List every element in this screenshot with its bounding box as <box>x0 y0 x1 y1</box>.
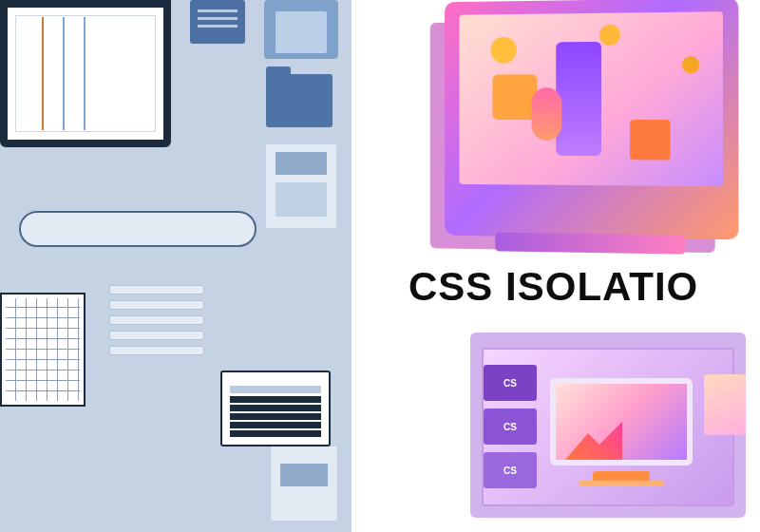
circle-shape-icon <box>682 56 699 73</box>
code-snippet-card <box>190 0 245 44</box>
document-card-1 <box>266 144 336 228</box>
side-card-illustration <box>704 374 746 435</box>
blue-panel-card <box>264 0 338 59</box>
folder-icon <box>266 74 332 127</box>
pill-shape-icon <box>532 87 562 141</box>
main-display-illustration <box>445 0 738 239</box>
right-content-panel: CSS ISOLATIO CS CS CS <box>352 0 760 532</box>
square-shape-icon <box>630 120 671 160</box>
small-monitor-illustration <box>550 378 693 483</box>
circle-shape-icon <box>491 37 517 64</box>
cs-badge: CS <box>484 408 537 445</box>
text-lines-illustration <box>109 285 204 361</box>
spreadsheet-illustration <box>0 293 86 407</box>
cs-badge: CS <box>484 452 537 488</box>
main-display-screen <box>460 11 723 186</box>
circle-shape-icon <box>599 25 620 46</box>
document-card-2 <box>271 446 337 521</box>
cs-badge: CS <box>484 365 537 401</box>
square-shape-icon <box>492 74 537 120</box>
display-stand <box>495 233 685 255</box>
pill-bar <box>19 211 256 247</box>
bar-shape-icon <box>556 42 601 156</box>
monitor-illustration <box>0 0 171 147</box>
keyboard-illustration <box>220 370 331 446</box>
page-title: CSS ISOLATIO <box>408 264 698 310</box>
left-illustration-panel <box>0 0 352 532</box>
secondary-illustration: CS CS CS <box>470 332 746 518</box>
